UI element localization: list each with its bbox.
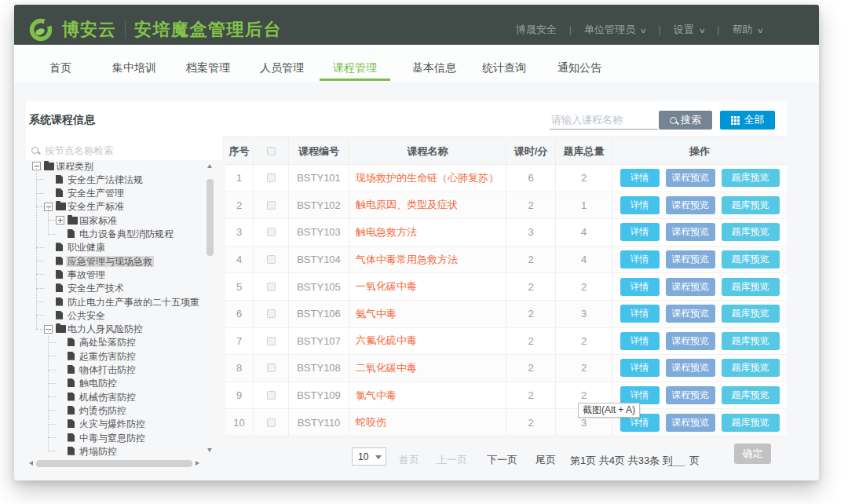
tree-node-label[interactable]: 高处坠落防控 [78,337,137,348]
course-preview-button[interactable]: 课程预览 [666,250,715,268]
tree-node-label[interactable]: 灼烫伤防控 [78,405,128,416]
detail-button[interactable]: 详情 [620,386,660,404]
tree-node-label[interactable]: 国家标准 [78,215,119,226]
scroll-up-icon[interactable] [207,164,212,168]
tree-node[interactable]: 中毒与窒息防控 [26,431,220,444]
tree-node[interactable]: 火灾与爆炸防控 [26,418,220,431]
row-checkbox[interactable] [267,255,276,264]
tree-node[interactable]: 课程类别 [26,159,220,173]
tree-node[interactable]: 职业健康 [26,241,220,254]
settings-menu[interactable]: 设置∨ [674,23,705,37]
tree-node[interactable]: 事故管理 [26,268,220,281]
tree-node-label[interactable]: 电力设备典型消防规程 [78,228,175,239]
all-button[interactable]: 全部 [720,111,775,130]
nav-tab-1[interactable]: 首页 [39,62,82,73]
tree-node-label[interactable]: 安全生产技术 [66,283,126,294]
nav-tab-2[interactable]: 集中培训 [101,62,167,73]
tree-node[interactable]: 灼烫伤防控 [26,404,220,417]
page-size-select[interactable]: 10 [352,447,386,466]
tree-node[interactable]: 电力人身风险防控 [26,323,220,336]
nav-tab-8[interactable]: 通知公告 [546,62,612,73]
nav-tab-3[interactable]: 档案管理 [175,62,241,73]
row-checkbox[interactable] [267,391,276,400]
course-preview-button[interactable]: 课程预览 [666,414,715,432]
bank-preview-button[interactable]: 题库预览 [722,414,780,432]
scroll-right-icon[interactable] [196,461,199,466]
tree-node-label[interactable]: 事故管理 [66,269,107,280]
tree-node[interactable]: 坍塌防控 [26,444,220,458]
detail-button[interactable]: 详情 [620,278,660,296]
tree-node[interactable]: 安全生产法律法规 [26,173,220,186]
role-menu[interactable]: 单位管理员∨ [584,23,646,37]
bank-preview-button[interactable]: 题库预览 [722,305,780,323]
tree-node-label[interactable]: 中毒与窒息防控 [78,433,147,444]
bank-preview-button[interactable]: 题库预览 [722,223,780,241]
course-preview-button[interactable]: 课程预览 [666,196,715,214]
course-search-input[interactable] [550,110,658,130]
help-menu[interactable]: 帮助∨ [732,23,763,37]
tree-node[interactable]: 防止电力生产事故的二十五项重 [26,295,220,309]
course-preview-button[interactable]: 课程预览 [666,223,715,241]
tree-node-label[interactable]: 起重伤害防控 [78,351,137,362]
scroll-down-icon[interactable] [207,448,212,452]
row-checkbox[interactable] [267,363,276,372]
detail-button[interactable]: 详情 [620,305,660,323]
confirm-button[interactable]: 确定 [734,444,771,464]
course-preview-button[interactable]: 课程预览 [666,169,715,187]
detail-button[interactable]: 详情 [620,196,660,214]
tree-node-label[interactable]: 物体打击防控 [78,364,137,375]
tree-node-label[interactable]: 职业健康 [66,242,107,253]
tree-hscroll-thumb[interactable] [36,460,192,467]
row-checkbox[interactable] [267,228,276,236]
select-all-checkbox[interactable] [267,147,276,155]
tree-node-label[interactable]: 安全生产法律法规 [66,174,144,185]
nav-tab-7[interactable]: 统计查询 [471,62,537,73]
row-checkbox[interactable] [267,418,276,427]
tree-node[interactable]: 触电防控 [26,377,220,390]
tree-node-label[interactable]: 应急管理与现场急救 [66,256,154,267]
tree-node-label[interactable]: 机械伤害防控 [78,392,137,403]
course-preview-button[interactable]: 课程预览 [666,278,715,296]
tree-horizontal-scrollbar[interactable] [26,459,203,468]
tree-node[interactable]: 物体打击防控 [26,363,220,377]
tree-node-label[interactable]: 防止电力生产事故的二十五项重 [66,297,201,308]
tree-node[interactable]: 起重伤害防控 [26,349,220,363]
pagination-prev[interactable]: 上一页 [437,454,467,466]
tree-node-label[interactable]: 课程类别 [54,161,95,172]
row-checkbox[interactable] [267,283,276,291]
tree-node[interactable]: 机械伤害防控 [26,390,220,404]
bank-preview-button[interactable]: 题库预览 [722,278,780,296]
bank-preview-button[interactable]: 题库预览 [722,332,780,350]
goto-page-input[interactable] [667,454,685,466]
course-preview-button[interactable]: 课程预览 [666,305,715,323]
course-preview-button[interactable]: 课程预览 [666,332,715,350]
tree-vscroll-thumb[interactable] [207,179,214,256]
tree-node[interactable]: 国家标准 [26,214,220,227]
tree-node-label[interactable]: 电力人身风险防控 [66,323,144,334]
tree-node[interactable]: 公共安全 [26,309,220,322]
detail-button[interactable]: 详情 [620,332,660,350]
bank-preview-button[interactable]: 题库预览 [722,250,780,268]
tree-node[interactable]: 高处坠落防控 [26,336,220,349]
tree-node-label[interactable]: 安全生产管理 [66,188,126,199]
tree-node-label[interactable]: 坍塌防控 [78,446,119,457]
course-preview-button[interactable]: 课程预览 [666,359,715,377]
detail-button[interactable]: 详情 [620,223,660,241]
tree-node-label[interactable]: 公共安全 [66,310,107,321]
row-checkbox[interactable] [267,201,276,210]
nav-tab-5[interactable]: 课程管理 [322,62,388,73]
tree-node-label[interactable]: 触电防控 [78,378,119,389]
course-preview-button[interactable]: 课程预览 [666,386,715,404]
nav-tab-6[interactable]: 基本信息 [401,62,467,73]
tree-node[interactable]: 电力设备典型消防规程 [26,228,220,241]
row-checkbox[interactable] [267,173,276,182]
tree-search-input[interactable]: 按节点名称检索 [45,145,114,157]
tree-node[interactable]: 安全生产技术 [26,282,220,295]
tree-node[interactable]: 安全生产管理 [26,187,220,200]
tree-vertical-scrollbar[interactable] [206,161,214,455]
tree-node[interactable]: 安全生产标准 [26,200,220,214]
row-checkbox[interactable] [267,309,276,318]
tree-node[interactable]: 应急管理与现场急救 [26,254,220,268]
company-name[interactable]: 博晟安全 [516,23,557,37]
pagination-next[interactable]: 下一页 [487,454,517,466]
